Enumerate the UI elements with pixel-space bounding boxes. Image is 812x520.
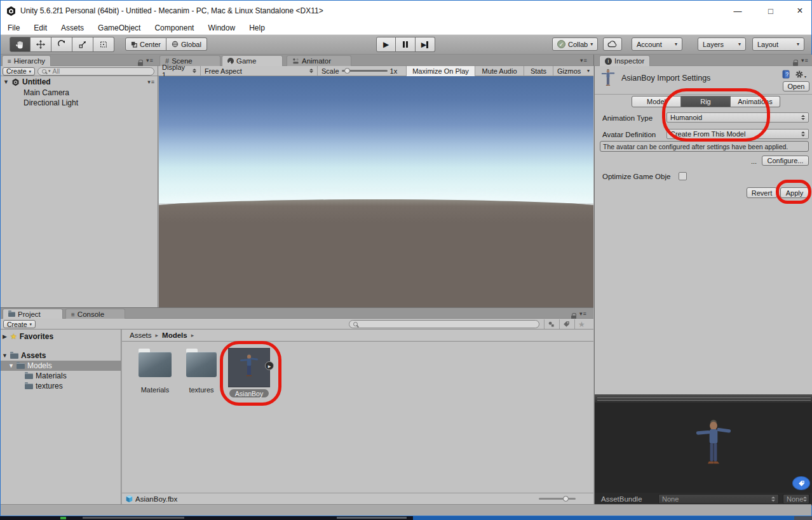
breadcrumb-assets[interactable]: Assets [130, 331, 152, 339]
scale-slider[interactable] [342, 70, 388, 72]
configure-button[interactable]: Configure... [762, 156, 809, 166]
breadcrumb-models[interactable]: Models [162, 331, 187, 339]
grid-item-textures[interactable]: textures [184, 352, 219, 394]
scale-tool-button[interactable] [72, 37, 93, 52]
tab-inspector[interactable]: i Inspector [599, 55, 650, 66]
taskbar-active-app[interactable] [413, 516, 794, 520]
game-view[interactable] [159, 76, 593, 307]
scale-slider-group: Scale 1x [318, 66, 407, 76]
assetbundle-dropdown[interactable]: None [658, 494, 779, 504]
tree-favorites[interactable]: ▶ ★ Favorites [1, 331, 121, 342]
project-create-button[interactable]: Create▾ [3, 320, 36, 328]
taskbar-app-icon[interactable] [60, 517, 66, 519]
close-button[interactable]: × [787, 1, 812, 20]
main-toolbar: Center Global ▶ ▶ ✓ Collab ▾ Account▾ La… [1, 35, 811, 55]
help-icon[interactable]: ? [782, 70, 790, 80]
star-icon: ★ [10, 332, 17, 341]
minimize-button[interactable]: — [725, 1, 750, 20]
hierarchy-search-input[interactable]: ▾ All [37, 67, 154, 76]
layers-dropdown[interactable]: Layers▾ [698, 37, 746, 51]
panel-menu-icon[interactable]: ▾≡ [580, 57, 588, 63]
hierarchy-item-main-camera[interactable]: Main Camera [24, 88, 69, 98]
rotate-tool-button[interactable] [51, 37, 72, 52]
slider-thumb[interactable] [563, 496, 569, 502]
grid-item-materials[interactable]: Materials [136, 352, 174, 394]
pivot-global-button[interactable]: Global [166, 37, 207, 51]
assetbundle-tag-button[interactable] [793, 477, 809, 490]
hierarchy-item-directional-light[interactable]: Directional Light [24, 98, 78, 108]
maximize-on-play-toggle[interactable]: Maximize On Play [407, 66, 475, 76]
tab-game[interactable]: Game [222, 55, 283, 66]
updown-icon [803, 497, 807, 502]
layout-dropdown[interactable]: Layout▾ [752, 37, 804, 51]
panel-menu-icon[interactable]: ▾≡ [801, 57, 809, 63]
account-dropdown[interactable]: Account▾ [632, 37, 682, 51]
tab-project[interactable]: Project [3, 309, 63, 319]
project-panel: Project ≡ Console ▾≡ Create▾ ★ [1, 307, 593, 504]
scene-menu-icon[interactable]: ▾≡ [147, 79, 155, 85]
tree-materials[interactable]: Materials [1, 371, 121, 381]
menu-gameobject[interactable]: GameObject [91, 21, 147, 35]
rect-tool-button[interactable] [93, 37, 114, 52]
project-footer: AsianBoy.fbx [122, 493, 593, 504]
preview-resize-handle[interactable] [595, 394, 812, 403]
menu-edit[interactable]: Edit [27, 21, 54, 35]
panel-menu-icon[interactable]: ▾≡ [579, 310, 587, 317]
optimize-checkbox[interactable] [679, 172, 687, 180]
preview-viewport[interactable] [595, 403, 812, 493]
tab-animator[interactable]: Animator [287, 55, 351, 66]
tab-hierarchy[interactable]: ≡ Hierarchy [2, 55, 51, 66]
breadcrumb-arrow-icon: ▸ [156, 332, 159, 338]
collab-button[interactable]: ✓ Collab ▾ [552, 37, 598, 51]
menu-window[interactable]: Window [201, 21, 242, 35]
unity-scene-icon [11, 78, 20, 86]
aspect-dropdown[interactable]: Free Aspect [201, 66, 318, 76]
hierarchy-scene-row[interactable]: ▼ Untitled ▾≡ [1, 77, 158, 87]
chevron-down-icon: ▾ [738, 42, 741, 47]
expanded-icon[interactable]: ▼ [3, 79, 9, 85]
pivot-icon [131, 41, 137, 48]
step-button[interactable]: ▶ [416, 37, 435, 52]
panel-menu-icon[interactable]: ▾≡ [146, 57, 154, 63]
menu-component[interactable]: Component [147, 21, 201, 35]
window-title: Unity 5.6.2f1 Personal (64bit) - Untitle… [20, 6, 323, 15]
tab-console[interactable]: ≡ Console [65, 309, 125, 319]
inspector-title: AsianBoy Import Settings [621, 74, 710, 83]
tree-models-selected[interactable]: ▼ Models [1, 361, 121, 371]
chevron-down-icon: ▾ [675, 42, 677, 47]
gear-icon[interactable]: ▾ [795, 70, 806, 79]
stats-toggle[interactable]: Stats [524, 66, 553, 76]
open-button[interactable]: Open [783, 81, 809, 91]
thumbnail-size-slider[interactable] [539, 498, 576, 500]
gizmos-dropdown[interactable]: Gizmos▾ [553, 66, 593, 76]
slider-thumb[interactable] [344, 68, 350, 74]
folder-icon [25, 373, 33, 379]
breadcrumb-arrow-icon: ▸ [191, 332, 194, 338]
cloud-button[interactable] [603, 37, 622, 51]
display-dropdown[interactable]: Display 1 [158, 66, 201, 76]
pivot-center-button[interactable]: Center [125, 37, 166, 51]
game-tabstrip: # Scene Game Animator ▾≡ [158, 55, 593, 66]
hierarchy-create-button[interactable]: Create▾ [3, 67, 35, 76]
play-button[interactable]: ▶ [376, 37, 396, 52]
search-by-label-button[interactable] [559, 319, 573, 329]
saved-search-star-button[interactable]: ★ [574, 319, 588, 329]
hand-tool-button[interactable] [10, 37, 30, 52]
project-search-input[interactable] [349, 320, 539, 328]
tree-assets[interactable]: ▼ Assets [1, 350, 121, 361]
menu-assets[interactable]: Assets [54, 21, 91, 35]
maximize-button[interactable]: □ [758, 1, 783, 20]
optimize-label: Optimize Game Obje [602, 173, 670, 180]
windows-taskbar[interactable] [0, 516, 812, 520]
menu-file[interactable]: File [1, 21, 27, 35]
menu-help[interactable]: Help [242, 21, 272, 35]
pause-button[interactable] [396, 37, 416, 52]
tree-textures[interactable]: textures [1, 381, 121, 391]
search-by-type-button[interactable] [544, 319, 558, 329]
play-icon: ▶ [383, 40, 389, 49]
revert-button[interactable]: Revert [747, 187, 777, 198]
assetbundle-variant-dropdown[interactable]: None [783, 494, 809, 504]
move-icon [36, 40, 45, 49]
move-tool-button[interactable] [30, 37, 51, 52]
mute-audio-toggle[interactable]: Mute Audio [475, 66, 524, 76]
